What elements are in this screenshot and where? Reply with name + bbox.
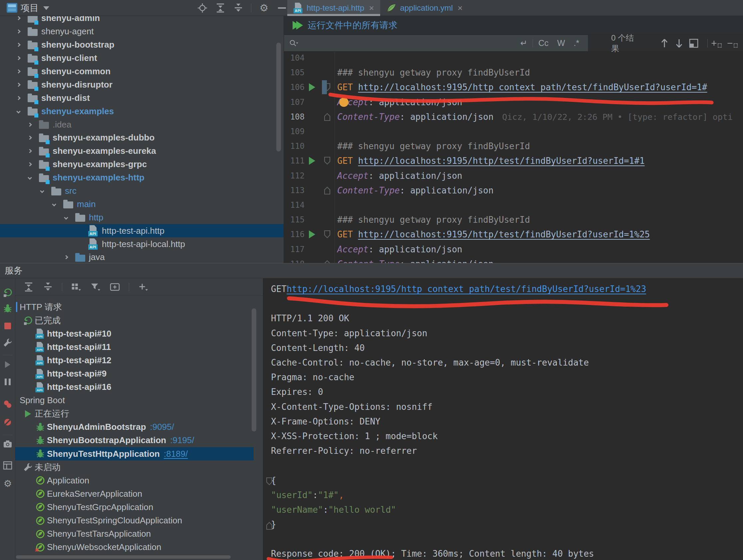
chevron-right-icon[interactable]: [16, 83, 20, 87]
search-icon[interactable]: [289, 38, 299, 49]
chevron-down-icon[interactable]: [43, 6, 49, 10]
project-scrollbar[interactable]: [276, 43, 281, 152]
service-port-link[interactable]: :9095/: [150, 422, 174, 432]
service-port-link[interactable]: :8189/: [164, 449, 188, 459]
service-item-ShenyuWebsocketApplication[interactable]: ShenyuWebsocketApplication: [15, 541, 254, 554]
request-url-link[interactable]: http://localhost:9195/http_context_path/…: [358, 82, 707, 92]
add-icon[interactable]: [138, 282, 148, 292]
chevron-right-icon[interactable]: [64, 255, 68, 260]
tree-item-shenyu-admin[interactable]: shenyu-admin: [0, 16, 283, 25]
chevron-right-icon[interactable]: [16, 56, 20, 60]
run-all-link[interactable]: 运行文件中的所有请求: [308, 19, 397, 31]
tree-item-shenyu-client[interactable]: shenyu-client: [0, 52, 283, 65]
chevron-right-icon[interactable]: [28, 162, 32, 167]
services-vertical-scrollbar[interactable]: [252, 308, 256, 431]
search-field[interactable]: ↵CcW.*: [284, 35, 588, 51]
chevron-down-icon[interactable]: [52, 202, 56, 206]
tree-item-src[interactable]: src: [0, 184, 283, 198]
chevron-down-icon[interactable]: [16, 109, 20, 114]
fold-close-icon[interactable]: [322, 112, 333, 122]
expand-all-icon[interactable]: [215, 3, 226, 13]
stop-icon[interactable]: [2, 320, 13, 331]
group-by-icon[interactable]: [71, 282, 82, 292]
http-response-pane[interactable]: GET http://localhost:9195/http_context_p…: [263, 278, 743, 560]
regex-toggle[interactable]: .*: [574, 38, 579, 48]
remove-occurrence-icon[interactable]: −: [727, 38, 738, 49]
gear-icon[interactable]: ⚙: [2, 478, 13, 489]
tree-item-shenyu-examples-dubbo[interactable]: shenyu-examples-dubbo: [0, 131, 283, 144]
tree-item-shenyu-examples-grpc[interactable]: shenyu-examples-grpc: [0, 158, 283, 171]
tree-item-http-test-api-local.http[interactable]: APIhttp-test-api-local.http: [0, 238, 283, 251]
tree-item-java[interactable]: java: [0, 251, 283, 263]
tree-item-http[interactable]: http: [0, 211, 283, 224]
chevron-right-icon[interactable]: [16, 69, 20, 74]
filter-results-icon[interactable]: [689, 38, 699, 49]
service-item-http-test-api#16[interactable]: APIhttp-test-api#16: [15, 381, 254, 394]
run-request-icon[interactable]: [309, 157, 315, 165]
run-all-requests-row[interactable]: 运行文件中的所有请求: [284, 16, 743, 35]
tree-item-shenyu-examples-http[interactable]: shenyu-examples-http: [0, 171, 283, 184]
service-item-http-test-api#9[interactable]: APIhttp-test-api#9: [15, 367, 254, 380]
fold-open-icon[interactable]: [264, 476, 275, 487]
words-toggle[interactable]: W: [557, 38, 565, 48]
pause-icon[interactable]: [2, 377, 13, 387]
fold-open-icon[interactable]: [322, 156, 333, 166]
arrow-up-icon[interactable]: [660, 38, 669, 49]
tree-item-shenyu-dist[interactable]: shenyu-dist: [0, 91, 283, 104]
layout-icon[interactable]: [2, 460, 13, 471]
code-area[interactable]: 104105### shengyu getway proxy findByUse…: [284, 52, 743, 263]
fold-close-icon[interactable]: [264, 520, 275, 531]
locate-icon[interactable]: [197, 3, 208, 13]
services-horizontal-scrollbar[interactable]: [16, 555, 231, 559]
service-item-EurekaServerApplication[interactable]: EurekaServerApplication: [15, 487, 254, 501]
service-item-ShenyuAdminBootstrap[interactable]: ShenyuAdminBootstrap:9095/: [15, 421, 254, 434]
run-request-icon[interactable]: [309, 83, 315, 91]
service-item-正在运行[interactable]: 正在运行: [15, 407, 254, 421]
hide-panel-icon[interactable]: [277, 3, 287, 13]
mute-icon[interactable]: [2, 417, 13, 428]
settings-icon[interactable]: ⚙: [259, 3, 269, 13]
project-window-icon[interactable]: [7, 3, 17, 13]
fold-open-icon[interactable]: [322, 229, 333, 240]
tree-item-.idea[interactable]: .idea: [0, 118, 283, 131]
tree-item-shenyu-agent[interactable]: shenyu-agent: [0, 25, 283, 38]
service-item-ShenyuTestGrpcApplication[interactable]: ShenyuTestGrpcApplication: [15, 501, 254, 514]
editor-tab-application.yml[interactable]: application.yml×: [380, 0, 469, 16]
service-item-ShenyuTestSpringCloudApplication[interactable]: ShenyuTestSpringCloudApplication: [15, 514, 254, 527]
response-url-link[interactable]: http://localhost:9195/http_context_path/…: [287, 284, 646, 294]
chevron-right-icon[interactable]: [16, 29, 20, 34]
match-case-toggle[interactable]: Cc: [538, 38, 549, 48]
service-item-http-test-api#11[interactable]: APIhttp-test-api#11: [15, 340, 254, 354]
expand-all-icon[interactable]: [23, 282, 34, 292]
tree-item-shenyu-disruptor[interactable]: shenyu-disruptor: [0, 78, 283, 91]
chevron-right-icon[interactable]: [28, 136, 32, 140]
debug-icon[interactable]: [2, 303, 13, 314]
service-item-http-test-api#12[interactable]: APIhttp-test-api#12: [15, 354, 254, 367]
record-icon[interactable]: [2, 399, 13, 410]
fold-close-icon[interactable]: [322, 259, 333, 263]
service-item-ShenyuTestHttpApplication[interactable]: ShenyuTestHttpApplication:8189/: [15, 447, 254, 461]
filter-icon[interactable]: [90, 282, 101, 292]
chevron-down-icon[interactable]: [64, 215, 68, 220]
tree-item-main[interactable]: main: [0, 198, 283, 211]
chevron-right-icon[interactable]: [28, 149, 32, 153]
request-url-link[interactable]: http://localhost:9195/http/test/findByUs…: [358, 229, 650, 240]
newline-icon[interactable]: ↵: [520, 38, 527, 48]
fold-close-icon[interactable]: [322, 185, 333, 196]
add-occurrence-icon[interactable]: +: [711, 38, 722, 49]
chevron-right-icon[interactable]: [16, 43, 20, 47]
chevron-down-icon[interactable]: [28, 175, 32, 180]
editor-tab-http-test-api.http[interactable]: APIhttp-test-api.http×: [287, 0, 380, 16]
tree-item-shenyu-bootstrap[interactable]: shenyu-bootstrap: [0, 38, 283, 52]
service-item-Spring Boot[interactable]: Spring Boot: [15, 394, 254, 407]
service-item-Application[interactable]: Application: [15, 474, 254, 487]
run-request-icon[interactable]: [309, 230, 315, 239]
service-item-ShenyuTestTarsApplication[interactable]: ShenyuTestTarsApplication: [15, 527, 254, 541]
request-url-link[interactable]: http://localhost:9195/http/test/findByUs…: [358, 156, 645, 166]
wrench-icon[interactable]: [2, 337, 13, 348]
chevron-right-icon[interactable]: [28, 123, 32, 127]
tree-item-http-test-api.http[interactable]: APIhttp-test-api.http: [0, 224, 283, 238]
tree-item-shenyu-examples[interactable]: shenyu-examples: [0, 104, 283, 118]
service-port-link[interactable]: :9195/: [170, 435, 194, 445]
tree-item-shenyu-common[interactable]: shenyu-common: [0, 65, 283, 78]
